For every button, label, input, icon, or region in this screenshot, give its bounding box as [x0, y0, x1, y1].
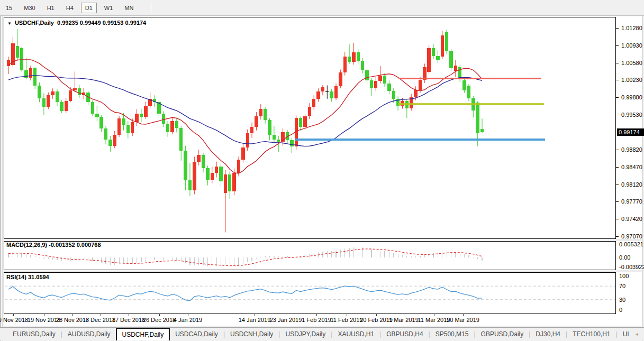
price-axis-tick	[616, 167, 619, 168]
price-axis-tick	[616, 150, 619, 150]
time-axis-label: 11 Mar 2019	[418, 317, 450, 323]
price-axis-tick	[616, 185, 619, 185]
tab-gbpusd-daily[interactable]: GBPUSD,Daily	[476, 328, 529, 340]
timeframe-button-mn[interactable]: MN	[120, 3, 138, 13]
price-axis-tick	[616, 97, 619, 98]
price-axis-label: 0.98470	[621, 164, 642, 170]
chart-symbol-label: USDCHF,Daily	[15, 20, 54, 26]
rsi-indicator-pane[interactable]	[4, 272, 616, 314]
tab-usdcad-daily[interactable]: USDCAD,Daily	[170, 328, 223, 340]
timeframe-button-w1[interactable]: W1	[100, 3, 117, 13]
time-axis-tick	[347, 314, 347, 316]
tab-sp500-m15[interactable]: SP500,M15	[430, 328, 474, 340]
time-axis-label: 20 Mar 2019	[447, 317, 479, 323]
chart-dropdown-icon[interactable]: ▼	[7, 21, 12, 26]
price-axis-label: 0.97420	[621, 216, 642, 222]
tab-ui[interactable]: UI	[618, 328, 634, 340]
current-price-tag: 0.99174	[617, 128, 644, 136]
time-axis-tick	[316, 314, 317, 316]
tab-eurusd-daily[interactable]: EURUSD,Daily	[7, 328, 61, 340]
macd-axis-label: -0.003922	[619, 264, 644, 270]
macd-label: MACD(12,26,9) -0.001352 0.000768	[6, 242, 101, 248]
time-axis-label: 1 Mar 2019	[389, 317, 419, 323]
macd-axis-label: 0.00	[619, 254, 630, 261]
time-axis-label: 14 Jan 2019	[239, 317, 271, 323]
trading-app-window: 15M30H1H4D1W1MN ▼USDCHF,Daily 0.99235 0.…	[0, 0, 644, 341]
time-axis-label: 11 Feb 2019	[331, 317, 363, 323]
time-axis-tick	[101, 314, 101, 316]
time-axis-tick	[463, 314, 464, 316]
price-axis-label: 0.98820	[621, 146, 642, 153]
macd-axis-label: 0.005321	[619, 241, 643, 247]
tab-xauusd-h1[interactable]: XAUUSD,H1	[332, 328, 379, 340]
timeframe-button-h4[interactable]: H4	[62, 3, 78, 13]
price-axis-tick	[616, 80, 619, 80]
price-axis-tick	[616, 219, 619, 219]
candlestick-chart[interactable]	[4, 17, 616, 239]
rsi-label: RSI(14) 31.0594	[6, 274, 49, 280]
price-axis-tick	[616, 45, 619, 46]
timeframe-button-m30[interactable]: M30	[20, 3, 39, 13]
rsi-axis-label: 70	[619, 283, 625, 289]
chart-title[interactable]: ▼USDCHF,Daily 0.99235 0.99449 0.99153 0.…	[7, 20, 146, 26]
toolbar-separator	[151, 3, 152, 13]
timeframe-button-d1[interactable]: D1	[81, 3, 97, 13]
time-axis-tick	[44, 314, 44, 316]
price-axis-tick	[616, 115, 619, 115]
time-axis-label: 17 Dec 2018	[112, 317, 145, 323]
rsi-axis-label: 30	[619, 297, 625, 303]
price-axis-label: 1.00580	[621, 60, 642, 66]
time-axis-tick	[434, 314, 434, 316]
time-axis-tick	[72, 314, 73, 316]
time-axis-tick	[188, 314, 188, 316]
time-axis-label: 9 Nov 2018	[0, 317, 28, 323]
time-axis-tick	[286, 314, 286, 316]
time-axis-label: 1 Feb 2019	[302, 317, 331, 323]
price-axis-label: 1.00930	[621, 42, 642, 49]
tab-usdjpy-daily[interactable]: USDJPY,Daily	[280, 328, 331, 340]
time-axis-tick	[255, 314, 255, 316]
rsi-axis-label: 100	[619, 273, 629, 279]
price-axis-label: 0.97070	[621, 233, 642, 239]
tab-scroll-left-icon[interactable]: ◄	[634, 331, 639, 337]
time-axis-label: 28 Nov 2018	[56, 317, 89, 323]
price-axis-label: 0.98120	[621, 181, 642, 188]
tab-usdchf-daily[interactable]: USDCHF,Daily	[116, 328, 170, 340]
price-axis-label: 1.01280	[621, 25, 642, 31]
time-axis-label: 26 Dec 2018	[143, 317, 176, 323]
rsi-axis-label: 0	[619, 307, 622, 313]
price-axis-label: 0.97770	[621, 198, 642, 205]
time-axis-tick	[376, 314, 377, 316]
tab-audusd-daily[interactable]: AUDUSD,Daily	[62, 328, 116, 340]
timeframe-toolbar: 15M30H1H4D1W1MN	[0, 0, 644, 16]
window-left-border-inner	[3, 16, 3, 341]
time-axis-label: 20 Feb 2019	[360, 317, 393, 323]
time-axis-tick	[404, 314, 404, 316]
timeframe-button-h1[interactable]: H1	[43, 3, 59, 13]
price-axis-tick	[616, 201, 619, 202]
timeframe-button-15[interactable]: 15	[2, 3, 16, 13]
chart-ohlc-values: 0.99235 0.99449 0.99153 0.99174	[57, 20, 146, 26]
price-axis-tick	[616, 236, 619, 237]
price-axis-label: 0.99530	[621, 112, 642, 118]
price-axis-label: 0.99880	[621, 94, 642, 100]
tab-usdcnh-daily[interactable]: USDCNH,Daily	[225, 328, 278, 340]
time-axis-label: 23 Jan 2019	[270, 317, 302, 323]
time-axis-label: 7 Dec 2018	[86, 317, 115, 323]
chart-tab-bar: EURUSD,Daily|AUDUSD,DailyUSDCHF,DailyUSD…	[0, 327, 644, 340]
time-axis-tick	[159, 314, 160, 316]
price-axis-tick	[616, 63, 619, 63]
time-axis-tick	[13, 314, 14, 316]
time-axis-label: 4 Jan 2019	[174, 317, 202, 323]
tab-tech100-h1[interactable]: TECH100,H1	[567, 328, 615, 340]
price-axis-tick	[616, 28, 619, 29]
tab-gbpusd-h4[interactable]: GBPUSD,H4	[381, 328, 428, 340]
tab-dj30-h4[interactable]: DJ30,H4	[530, 328, 566, 340]
window-left-border	[1, 16, 1, 341]
time-axis-tick	[129, 314, 129, 316]
tab-scroll-arrows: ◄►	[634, 328, 644, 340]
price-axis-label: 1.00230	[621, 77, 642, 83]
